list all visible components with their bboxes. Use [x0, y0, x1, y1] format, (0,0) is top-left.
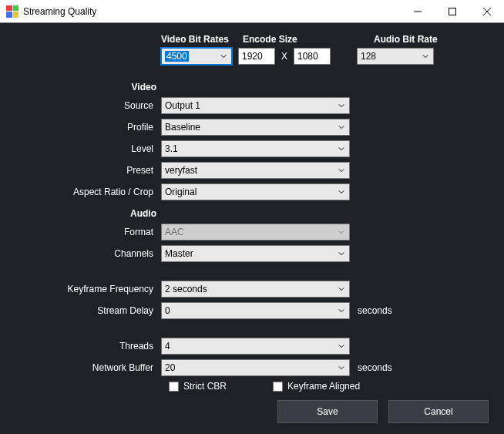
encode-height-value: 1080	[297, 51, 318, 62]
chevron-down-icon	[335, 119, 348, 135]
preset-value: veryfast	[165, 165, 197, 176]
chevron-down-icon	[419, 49, 432, 64]
source-value: Output 1	[165, 100, 200, 111]
source-select[interactable]: Output 1	[161, 97, 350, 114]
audio-bitrate-select[interactable]: 128	[357, 48, 434, 65]
chevron-down-icon	[335, 360, 348, 375]
video-bitrate-select[interactable]: 4500	[161, 48, 232, 65]
label-aspect: Aspect Ratio / Crop	[18, 187, 161, 197]
minimize-button[interactable]	[400, 0, 435, 23]
channels-select[interactable]: Master	[161, 245, 350, 262]
section-audio: Audio	[18, 208, 161, 219]
chevron-down-icon	[335, 184, 348, 200]
format-select[interactable]: AAC	[161, 224, 350, 241]
label-source: Source	[18, 100, 161, 111]
header-audio-bitrate: Audio Bit Rate	[374, 34, 451, 45]
keyframe-freq-select[interactable]: 2 seconds	[161, 281, 350, 298]
channels-value: Master	[165, 248, 193, 259]
section-video: Video	[18, 82, 161, 93]
preset-select[interactable]: veryfast	[161, 162, 350, 179]
header-video-bitrates: Video Bit Rates	[161, 34, 235, 45]
minimize-icon	[414, 8, 422, 15]
label-format: Format	[18, 227, 161, 237]
profile-select[interactable]: Baseline	[161, 119, 350, 136]
threads-value: 4	[165, 341, 170, 352]
keyframe-aligned-label: Keyframe Aligned	[287, 381, 360, 392]
keyframe-freq-value: 2 seconds	[165, 284, 207, 294]
strict-cbr-label: Strict CBR	[183, 381, 227, 392]
label-profile: Profile	[18, 122, 161, 133]
label-keyframe-freq: Keyframe Frequency	[18, 284, 161, 294]
aspect-select[interactable]: Original	[161, 183, 350, 200]
network-buffer-value: 20	[165, 362, 175, 373]
label-stream-delay: Stream Delay	[18, 305, 161, 316]
chevron-down-icon	[217, 49, 230, 64]
cancel-button[interactable]: Cancel	[388, 400, 489, 423]
stream-delay-select[interactable]: 0	[161, 302, 350, 319]
chevron-down-icon	[335, 98, 348, 113]
chevron-down-icon	[335, 303, 348, 318]
maximize-icon	[449, 8, 456, 15]
save-button[interactable]: Save	[277, 400, 378, 423]
label-preset: Preset	[18, 165, 161, 176]
strict-cbr-checkbox[interactable]: Strict CBR	[169, 381, 227, 392]
dialog-footer: Save Cancel	[277, 400, 489, 423]
label-channels: Channels	[18, 248, 161, 259]
encode-width-input[interactable]: 1920	[238, 48, 275, 65]
keyframe-aligned-checkbox[interactable]: Keyframe Aligned	[273, 381, 360, 392]
chevron-down-icon	[335, 338, 348, 354]
video-bitrate-value: 4500	[165, 51, 189, 62]
chevron-down-icon	[335, 246, 348, 261]
chevron-down-icon	[335, 281, 348, 297]
header-encode-size: Encode Size	[243, 34, 374, 45]
network-buffer-select[interactable]: 20	[161, 359, 350, 376]
label-network-buffer: Network Buffer	[18, 362, 161, 373]
chevron-down-icon	[335, 163, 348, 178]
titlebar: Streaming Quality	[0, 0, 504, 23]
chevron-down-icon	[335, 141, 348, 156]
aspect-value: Original	[165, 187, 197, 197]
encode-x-label: X	[281, 51, 287, 62]
threads-select[interactable]: 4	[161, 338, 350, 355]
encode-width-value: 1920	[242, 51, 263, 62]
checkbox-box	[169, 382, 179, 392]
profile-value: Baseline	[165, 122, 200, 133]
maximize-button[interactable]	[435, 0, 469, 23]
checkbox-box	[273, 382, 283, 392]
svg-rect-0	[449, 8, 455, 15]
close-icon	[483, 8, 491, 15]
close-button[interactable]	[469, 0, 504, 23]
column-headers: Video Bit Rates Encode Size Audio Bit Ra…	[18, 34, 486, 45]
network-buffer-units: seconds	[358, 362, 392, 373]
window-title: Streaming Quality	[23, 6, 96, 17]
level-select[interactable]: 3.1	[161, 140, 350, 157]
encode-height-input[interactable]: 1080	[294, 48, 331, 65]
dialog-content: Video Bit Rates Encode Size Audio Bit Ra…	[0, 23, 504, 392]
stream-delay-units: seconds	[358, 305, 392, 316]
label-level: Level	[18, 143, 161, 154]
level-value: 3.1	[165, 143, 178, 154]
chevron-down-icon	[335, 224, 348, 240]
format-value: AAC	[165, 227, 184, 237]
label-threads: Threads	[18, 341, 161, 352]
stream-delay-value: 0	[165, 305, 170, 316]
top-controls: 4500 1920 X 1080 128	[18, 48, 486, 65]
app-icon	[6, 5, 18, 18]
audio-bitrate-value: 128	[361, 51, 376, 62]
